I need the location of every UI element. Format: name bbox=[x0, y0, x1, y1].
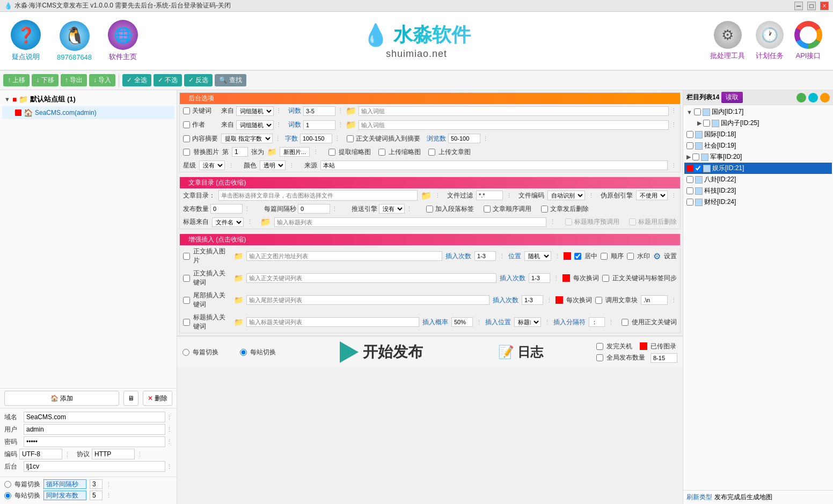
title-keyword-input[interactable] bbox=[246, 317, 419, 327]
cat-item-yule[interactable]: 娱乐[ID:21] bbox=[684, 163, 832, 174]
keyword-from-select[interactable]: 词组随机 bbox=[236, 106, 274, 116]
browse-count-input[interactable] bbox=[448, 134, 480, 143]
insert-keyword-folder-icon[interactable]: 📁 bbox=[234, 274, 243, 282]
tree-expand-icon[interactable]: ▼ bbox=[4, 96, 10, 103]
article-order-checkbox[interactable] bbox=[484, 206, 491, 213]
shehui-checkbox[interactable] bbox=[686, 142, 693, 149]
title-keyword-checkbox[interactable] bbox=[183, 319, 190, 326]
export-button[interactable]: ↑ 导出 bbox=[61, 74, 87, 86]
simultaneous-publish-num[interactable] bbox=[90, 491, 103, 500]
title-kw-pos-select[interactable]: 标题前 bbox=[514, 317, 541, 327]
select-all-button[interactable]: ✓ 全选 bbox=[122, 74, 151, 86]
summary-count-input[interactable] bbox=[300, 134, 332, 143]
select-none-button[interactable]: ✓ 不选 bbox=[154, 74, 182, 86]
color-select[interactable]: 透明 bbox=[260, 160, 286, 170]
title-kw-sep-input[interactable] bbox=[589, 317, 605, 327]
new-image-button[interactable]: 新图片... bbox=[280, 147, 310, 157]
push-select[interactable]: 没有 bbox=[379, 204, 405, 214]
caijing-checkbox[interactable] bbox=[686, 199, 693, 206]
title-folder-icon[interactable]: 📁 bbox=[260, 217, 271, 227]
title-order-checkbox[interactable] bbox=[565, 218, 572, 225]
article-section-title[interactable]: 文章目录 (点击收缩) bbox=[180, 177, 680, 188]
cycle-interval-num[interactable] bbox=[90, 479, 103, 489]
global-publish-checkbox[interactable] bbox=[596, 354, 603, 361]
per-article-radio[interactable] bbox=[4, 481, 11, 488]
insert-image-checkbox[interactable] bbox=[183, 253, 190, 260]
title-keyword-folder-icon[interactable]: 📁 bbox=[234, 318, 243, 326]
status-green-icon[interactable] bbox=[797, 93, 806, 103]
delete-site-button[interactable]: ✕ 删除 bbox=[143, 391, 172, 406]
close-button[interactable]: × bbox=[820, 2, 829, 10]
protocol-input[interactable] bbox=[92, 449, 135, 459]
extract-thumb-checkbox[interactable] bbox=[328, 149, 335, 156]
upload-thumb-checkbox[interactable] bbox=[378, 149, 385, 156]
bottom-per-article-radio[interactable] bbox=[182, 349, 189, 356]
keyword-group-input[interactable] bbox=[359, 106, 669, 116]
article-block-input[interactable] bbox=[641, 295, 668, 305]
kw-sync-checkbox[interactable] bbox=[602, 275, 609, 282]
read-button[interactable]: 读取 bbox=[721, 92, 743, 103]
maximize-button[interactable]: □ bbox=[807, 2, 816, 10]
publish-count-input[interactable] bbox=[210, 204, 243, 214]
dir-input[interactable] bbox=[218, 190, 418, 201]
insert-keyword-checkbox[interactable] bbox=[183, 275, 190, 282]
insert-image-folder-icon[interactable]: 📁 bbox=[234, 252, 243, 260]
minimize-button[interactable]: ─ bbox=[794, 2, 803, 10]
cat-item-guoneizi[interactable]: ▶ 国内子[ID:25] bbox=[684, 118, 832, 129]
keyword-folder-icon[interactable]: 📁 bbox=[346, 106, 356, 116]
bagu-checkbox[interactable] bbox=[686, 176, 693, 183]
cat-item-caijing[interactable]: 财经[ID:24] bbox=[684, 196, 832, 208]
use-kw-checkbox[interactable] bbox=[622, 319, 629, 326]
import-button[interactable]: ↓ 导入 bbox=[89, 74, 115, 86]
interval-input[interactable] bbox=[298, 204, 330, 214]
guonei-minus-icon[interactable]: ▼ bbox=[686, 109, 692, 115]
keyword-insert-checkbox[interactable] bbox=[347, 135, 354, 142]
article-block-checkbox[interactable] bbox=[595, 297, 602, 304]
cat-item-guonei[interactable]: ▼ 国内[ID:17] bbox=[684, 106, 832, 118]
junshi-checkbox[interactable] bbox=[692, 154, 699, 160]
nth-input[interactable] bbox=[232, 147, 248, 157]
star-select[interactable]: 没有 bbox=[199, 160, 225, 170]
summary-checkbox[interactable] bbox=[183, 135, 190, 142]
qq-icon-item[interactable]: 🐧 897687648 bbox=[57, 21, 92, 61]
keyword-count-input[interactable] bbox=[303, 106, 335, 116]
author-count-input[interactable] bbox=[303, 120, 335, 130]
insert-img-pos-select[interactable]: 随机 bbox=[524, 251, 551, 261]
password-input[interactable] bbox=[24, 436, 165, 447]
filter-input[interactable] bbox=[476, 191, 503, 200]
title-from-select[interactable]: 文件名 bbox=[212, 217, 244, 227]
cat-item-bagu[interactable]: 八卦[ID:22] bbox=[684, 174, 832, 185]
batch-tool-item[interactable]: ⚙ 批处理工具 bbox=[710, 21, 745, 61]
bottom-per-site-radio[interactable] bbox=[240, 349, 247, 356]
author-checkbox[interactable] bbox=[183, 121, 190, 128]
guoji-checkbox[interactable] bbox=[686, 131, 693, 138]
user-input[interactable] bbox=[24, 424, 165, 435]
dir-folder-icon[interactable]: 📁 bbox=[421, 191, 432, 201]
log-button[interactable]: 📝 日志 bbox=[487, 339, 554, 365]
backend-input[interactable] bbox=[24, 461, 165, 472]
invert-select-button[interactable]: ✓ 反选 bbox=[184, 74, 213, 86]
tail-kw-count-input[interactable] bbox=[522, 295, 543, 305]
fake-select[interactable]: 不使用 bbox=[636, 191, 668, 200]
encoding-input[interactable] bbox=[19, 449, 62, 459]
watermark-checkbox[interactable] bbox=[627, 253, 634, 260]
enhanced-section-title[interactable]: 增强插入 (点击收缩) bbox=[180, 234, 680, 245]
add-site-button[interactable]: 🏠 添加 bbox=[4, 391, 119, 406]
watermark-settings-icon[interactable]: ⚙ bbox=[653, 251, 661, 261]
tree-item-seacms[interactable]: 🏠 SeaCMS.com(admin) bbox=[2, 106, 174, 119]
author-folder-icon[interactable]: 📁 bbox=[346, 120, 356, 130]
guoneizi-plus-icon[interactable]: ▶ bbox=[697, 120, 702, 127]
edit-site-button[interactable]: 🖥 bbox=[123, 391, 138, 406]
summary-extract-select[interactable]: 提取 指定字数 bbox=[221, 134, 273, 143]
keyword-checkbox[interactable] bbox=[183, 107, 190, 114]
center-checkbox[interactable] bbox=[574, 253, 581, 260]
tail-keyword-checkbox[interactable] bbox=[183, 297, 190, 304]
move-up-button[interactable]: ↑ ↑ 上移上移 bbox=[3, 74, 30, 86]
api-item[interactable]: API接口 bbox=[794, 21, 822, 61]
cat-item-keji[interactable]: 科技[ID:23] bbox=[684, 185, 832, 196]
cycle-interval-input[interactable] bbox=[43, 479, 86, 489]
image-replace-checkbox[interactable] bbox=[183, 149, 190, 156]
status-orange-icon[interactable] bbox=[820, 93, 830, 103]
author-from-select[interactable]: 词组随机 bbox=[236, 120, 274, 130]
tail-keyword-folder-icon[interactable]: 📁 bbox=[234, 296, 243, 304]
